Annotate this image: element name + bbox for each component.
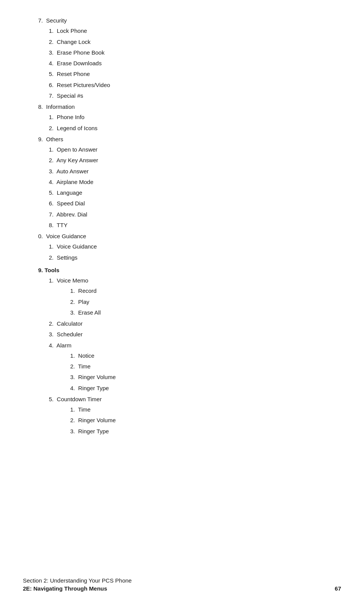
list-item: 4. Ringer Type [70, 383, 333, 394]
list-item: 2. Calculator [49, 318, 333, 329]
list-item: 1. Lock Phone [49, 26, 333, 36]
menu-item-label: 9. Tools [38, 267, 60, 273]
menu-item-label: 1. Time [70, 406, 90, 413]
list-item: 1. Time [70, 404, 333, 415]
list-item: 2. Settings [49, 252, 333, 263]
list-item: 2. Ringer Volume [70, 415, 333, 426]
menu-item-label: 2. Play [70, 299, 89, 305]
menu-item-label: 1. Record [70, 287, 97, 294]
menu-item-label: 4. Ringer Type [70, 385, 109, 391]
menu-item-label: 1. Notice [70, 352, 94, 359]
list-item: 6. Reset Pictures/Video [49, 80, 333, 90]
list-item: 7. Abbrev. Dial [49, 209, 333, 220]
submenu: 1. Notice 2. Time 3. Ringer Volume 4. Ri… [49, 350, 333, 394]
menu-item-label: 3. Ringer Volume [70, 374, 116, 380]
menu-item-label: 2. Time [70, 363, 90, 370]
footer-top-line: Section 2: Understanding Your PCS Phone [23, 577, 341, 584]
list-item: 2. Legend of Icons [49, 123, 333, 134]
list-item: 3. Erase Phone Book [49, 47, 333, 58]
list-item: 5. Countdown Timer 1. Time 2. Ringer Vol… [49, 394, 333, 437]
submenu: 1. Time 2. Ringer Volume 3. Ringer Type [49, 404, 333, 437]
menu-item-label: 8. TTY [49, 222, 68, 228]
menu-item-label: 4. Alarm [49, 342, 71, 349]
menu-item-label: 3. Erase All [70, 309, 101, 316]
list-item: 2. Change Lock [49, 37, 333, 47]
menu-item-label: 1. Phone Info [49, 114, 84, 120]
list-item: 0. Voice Guidance 1. Voice Guidance 2. S… [38, 231, 333, 263]
menu-item-label: 7. Security [38, 17, 67, 24]
submenu: 1. Voice Memo 1. Record 2. Play 3. Erase… [38, 275, 333, 437]
menu-item-label: 7. Special #s [49, 92, 83, 99]
menu-item-label: 5. Language [49, 189, 82, 196]
list-item: 1. Open to Answer [49, 144, 333, 155]
submenu: 1. Record 2. Play 3. Erase All [49, 286, 333, 318]
list-item: 3. Erase All [70, 307, 333, 318]
menu-item-label: 2. Legend of Icons [49, 125, 98, 131]
menu-item-label: 3. Erase Phone Book [49, 49, 105, 56]
menu-item-label: 2. Change Lock [49, 39, 90, 45]
list-item: 4. Erase Downloads [49, 58, 333, 69]
list-item: 2. Play [70, 297, 333, 307]
menu-item-label: 3. Ringer Type [70, 428, 109, 434]
page-footer: Section 2: Understanding Your PCS Phone … [0, 577, 364, 592]
menu-item-label: 6. Reset Pictures/Video [49, 82, 110, 88]
menu-item-label: 4. Airplane Mode [49, 179, 93, 185]
list-item: 1. Voice Guidance [49, 241, 333, 252]
menu-item-label: 2. Any Key Answer [49, 157, 98, 163]
list-item: 5. Language [49, 187, 333, 198]
list-item: 1. Record [70, 286, 333, 296]
list-item: 3. Auto Answer [49, 166, 333, 177]
list-item: 7. Special #s [49, 90, 333, 101]
menu-item-label: 0. Voice Guidance [38, 233, 86, 239]
menu-item-label: 8. Information [38, 103, 75, 110]
submenu: 1. Open to Answer 2. Any Key Answer 3. A… [38, 144, 333, 231]
menu-item-label: 9. Others [38, 136, 63, 142]
menu-item-label: 5. Reset Phone [49, 71, 90, 77]
menu-item-label: 2. Calculator [49, 320, 82, 327]
list-item: 8. Information 1. Phone Info 2. Legend o… [38, 102, 333, 134]
list-item: 9. Others 1. Open to Answer 2. Any Key A… [38, 134, 333, 231]
footer-bottom-line: 2E: Navigating Through Menus 67 [23, 585, 341, 592]
menu-item-label: 3. Scheduler [49, 331, 82, 337]
list-item: 8. TTY [49, 220, 333, 231]
submenu: 1. Phone Info 2. Legend of Icons [38, 112, 333, 134]
menu-item-label: 1. Open to Answer [49, 146, 98, 153]
list-item: 4. Airplane Mode [49, 177, 333, 187]
list-item: 5. Reset Phone [49, 69, 333, 79]
page-content: 7. Security 1. Lock Phone 2. Change Lock… [0, 0, 364, 453]
list-item: 1. Notice [70, 350, 333, 361]
menu-item-label: 5. Countdown Timer [49, 396, 101, 402]
list-item-tools: 9. Tools 1. Voice Memo 1. Record 2. Play… [38, 265, 333, 437]
list-item: 7. Security 1. Lock Phone 2. Change Lock… [38, 15, 333, 102]
menu-item-label: 6. Speed Dial [49, 200, 85, 207]
list-item: 2. Any Key Answer [49, 155, 333, 166]
menu-item-label: 3. Auto Answer [49, 168, 89, 174]
submenu: 1. Voice Guidance 2. Settings [38, 241, 333, 263]
menu-item-label: 4. Erase Downloads [49, 60, 101, 66]
footer-page-number: 67 [335, 585, 341, 592]
list-item: 1. Phone Info [49, 112, 333, 123]
menu-item-label: 1. Voice Memo [49, 277, 88, 284]
menu-list: 7. Security 1. Lock Phone 2. Change Lock… [38, 15, 333, 437]
list-item: 3. Ringer Volume [70, 372, 333, 383]
list-item: 1. Voice Memo 1. Record 2. Play 3. Erase… [49, 275, 333, 318]
list-item: 3. Scheduler [49, 329, 333, 340]
menu-item-label: 2. Ringer Volume [70, 417, 116, 423]
list-item: 3. Ringer Type [70, 426, 333, 437]
list-item: 4. Alarm 1. Notice 2. Time 3. Ringer Vol… [49, 340, 333, 394]
footer-section-label: 2E: Navigating Through Menus [23, 585, 107, 592]
menu-item-label: 7. Abbrev. Dial [49, 211, 87, 218]
menu-item-label: 2. Settings [49, 254, 77, 261]
menu-item-label: 1. Voice Guidance [49, 243, 97, 250]
menu-item-label: 1. Lock Phone [49, 27, 87, 34]
list-item: 2. Time [70, 361, 333, 372]
list-item: 6. Speed Dial [49, 198, 333, 209]
submenu: 1. Lock Phone 2. Change Lock 3. Erase Ph… [38, 26, 333, 101]
